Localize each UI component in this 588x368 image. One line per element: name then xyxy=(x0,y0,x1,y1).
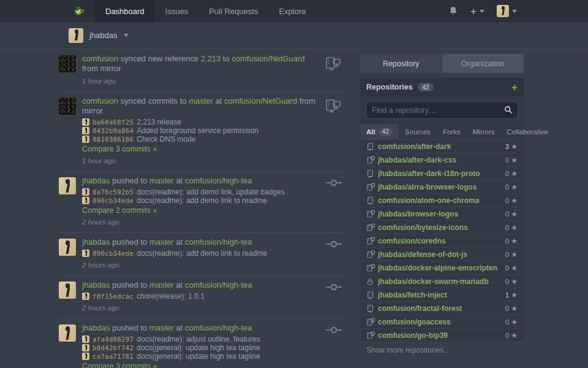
actor-avatar[interactable] xyxy=(59,55,76,72)
repo-list-item[interactable]: comfusion/fractal-forest 0★ xyxy=(360,302,524,315)
commit-author-avatar xyxy=(82,335,89,343)
star-icon: ★ xyxy=(511,183,518,191)
repo-list-item[interactable]: comfusion/go-bip39 0★ xyxy=(360,329,524,342)
feed-link[interactable]: master xyxy=(149,323,174,332)
feed-link[interactable]: comfusion/high-tea xyxy=(185,323,252,332)
commit-line: afa4d08297 docs(readme): adjust outline,… xyxy=(82,335,345,343)
repo-list-item[interactable]: jhabdas/after-dark-css 0★ xyxy=(360,153,524,167)
feed-link[interactable]: master xyxy=(149,176,174,185)
repo-list-item[interactable]: comfusion/atom-one-chroma 0★ xyxy=(360,194,524,207)
repo-list-item[interactable]: jhabdas/fetch-inject 1★ xyxy=(360,288,524,302)
commit-message: Check DNS mode xyxy=(137,135,195,144)
repo-list-item[interactable]: jhabdas/docker-alpine-emscripten 0★ xyxy=(360,261,524,275)
commit-message: docs(general): update high tea tagline xyxy=(137,352,260,361)
mirror-repo-icon xyxy=(366,331,375,340)
feed-link[interactable]: comfusion/high-tea xyxy=(185,176,252,185)
commit-author-avatar xyxy=(82,353,89,360)
repo-list-item[interactable]: comfusion/bytesize-icons 0★ xyxy=(360,221,524,234)
feed-timestamp: 2 hours ago xyxy=(82,304,345,312)
feed-link[interactable]: jhabdas xyxy=(82,323,110,332)
filter-forks[interactable]: Forks xyxy=(437,124,467,139)
feed-link[interactable]: jhabdas xyxy=(82,176,110,185)
feed-link[interactable]: jhabdas xyxy=(82,237,110,247)
tab-organization[interactable]: Organization xyxy=(442,54,524,73)
repo-list-item[interactable]: comfusion/goaccess 0★ xyxy=(360,315,524,329)
actor-avatar[interactable] xyxy=(59,282,76,299)
repo-name: jhabdas/after-dark-i18n-proto xyxy=(378,169,505,178)
feed-text: synced commits to xyxy=(118,96,189,105)
feed-link[interactable]: master xyxy=(149,237,174,247)
feed-text: at xyxy=(174,176,185,185)
actor-avatar[interactable] xyxy=(59,98,76,115)
home-logo-link[interactable] xyxy=(64,0,95,22)
feed-link[interactable]: comfusion/high-tea xyxy=(185,280,252,289)
commit-line: 090cb34ede docs(readme): add demo link t… xyxy=(82,196,345,205)
sidebar-tabs: RepositoryOrganization xyxy=(360,54,524,73)
feed-link[interactable]: comfusion/high-tea xyxy=(185,237,252,247)
show-more-repositories-link[interactable]: Show more repositories… xyxy=(360,342,524,358)
feed-link[interactable]: comfusion/NetGuard xyxy=(224,96,297,105)
repo-list-item[interactable]: jhabdas/docker-swarm-mariadb 0★ xyxy=(360,275,524,288)
chevron-down-icon xyxy=(480,10,484,13)
create-new-button[interactable]: + xyxy=(470,6,484,17)
actor-avatar[interactable] xyxy=(59,177,76,194)
feed-link[interactable]: master xyxy=(189,96,213,105)
new-repository-plus-icon[interactable]: + xyxy=(511,82,518,93)
commit-sha-link[interactable]: f0f15edcac xyxy=(92,292,134,301)
commit-sha-link[interactable]: afa4d08297 xyxy=(92,335,134,343)
star-icon: ★ xyxy=(511,143,518,150)
repo-list-item[interactable]: jhabdas/after-dark-i18n-proto 0★ xyxy=(360,167,524,180)
feed-item: comfusion synced new reference 2.213 to … xyxy=(59,50,345,92)
feed-link[interactable]: 2.213 xyxy=(201,54,221,63)
user-menu-button[interactable] xyxy=(497,5,517,17)
repo-name: jhabdas/fetch-inject xyxy=(378,291,505,299)
commit-sha-link[interactable]: ca7aa71781 xyxy=(92,352,134,361)
commit-sha-link[interactable]: 090cb34ede xyxy=(92,249,134,258)
nav-item-pull-requests[interactable]: Pull Requests xyxy=(198,0,268,22)
nav-item-issues[interactable]: Issues xyxy=(155,0,199,22)
nav-item-dashboard[interactable]: Dashboard xyxy=(95,0,155,22)
notifications-bell-icon[interactable] xyxy=(448,6,458,16)
tab-repository[interactable]: Repository xyxy=(360,54,442,73)
feed-link[interactable]: comfusion xyxy=(82,54,118,63)
feed-link[interactable]: master xyxy=(149,280,174,289)
search-icon[interactable] xyxy=(504,105,513,114)
commit-sha-link[interactable]: ba60a68f25 xyxy=(92,118,134,126)
repo-list-item[interactable]: comfusion/coredns 0★ xyxy=(360,234,524,248)
filter-all[interactable]: All42 xyxy=(360,124,399,139)
context-switcher-caret-icon[interactable] xyxy=(124,34,129,37)
filter-collaborative[interactable]: Collaborative xyxy=(501,124,554,139)
commit-sha-link[interactable]: 090cb34ede xyxy=(92,196,134,205)
commit-line: 0810386186 Check DNS mode xyxy=(82,135,345,144)
mirror-sync-icon xyxy=(325,98,342,113)
feed-link[interactable]: comfusion xyxy=(82,96,118,105)
repo-list-item[interactable]: comfusion/after-dark 3★ xyxy=(360,140,524,153)
actor-avatar[interactable] xyxy=(59,324,76,342)
filter-mirrors[interactable]: Mirrors xyxy=(467,124,501,139)
commit-line: ca7aa71781 docs(general): update high te… xyxy=(82,352,345,361)
feed-link[interactable]: jhabdas xyxy=(82,280,110,289)
feed-link[interactable]: comfusion/NetGuard xyxy=(232,54,304,63)
repo-list-item[interactable]: jhabdas/defense-of-dot-js 0★ xyxy=(360,248,524,261)
commit-list: 090cb34ede docs(readme): add demo link t… xyxy=(82,249,345,258)
feed-title: jhabdas pushed to master at comfusion/hi… xyxy=(82,176,345,186)
commit-sha-link[interactable]: 8a76c592b5 xyxy=(92,188,134,196)
nav-item-explore[interactable]: Explore xyxy=(268,0,316,22)
commit-author-avatar xyxy=(82,250,89,257)
repo-name: jhabdas/alrra-browser-logos xyxy=(378,183,505,191)
commit-sha-link[interactable]: 0810386186 xyxy=(92,135,134,144)
repo-name: comfusion/atom-one-chroma xyxy=(378,196,505,205)
actor-avatar[interactable] xyxy=(59,239,76,256)
repo-search-input[interactable] xyxy=(366,101,518,119)
context-username[interactable]: jhabdas xyxy=(89,31,118,40)
repo-name: jhabdas/browser-logos xyxy=(378,210,505,218)
feed-title: jhabdas pushed to master at comfusion/hi… xyxy=(82,323,345,333)
compare-commits-link[interactable]: Compare 3 commits » xyxy=(82,145,345,153)
repo-list-item[interactable]: jhabdas/alrra-browser-logos 0★ xyxy=(360,180,524,194)
filter-sources[interactable]: Sources xyxy=(399,124,437,139)
repo-list-item[interactable]: jhabdas/browser-logos 0★ xyxy=(360,207,524,221)
compare-commits-link[interactable]: Compare 2 commits » xyxy=(82,206,345,215)
commit-sha-link[interactable]: b8d42bf742 xyxy=(92,343,134,352)
compare-commits-link[interactable]: Compare 3 commits » xyxy=(82,362,345,368)
commit-sha-link[interactable]: 0432b9a864 xyxy=(92,126,134,135)
